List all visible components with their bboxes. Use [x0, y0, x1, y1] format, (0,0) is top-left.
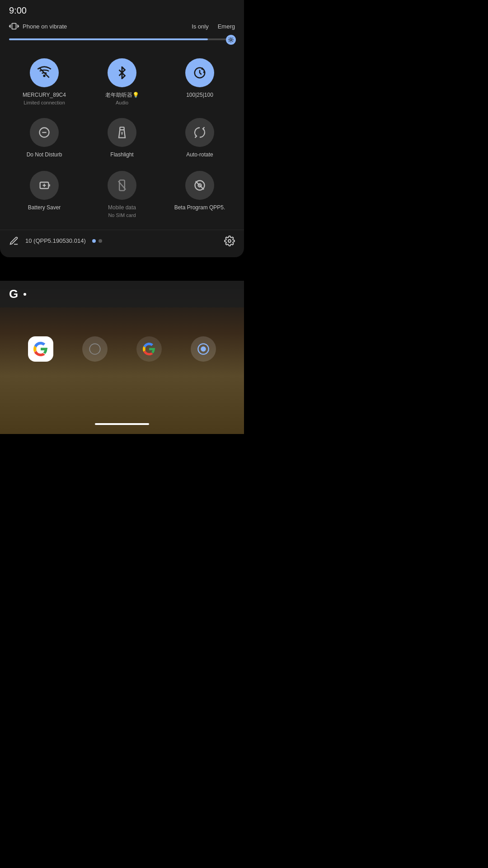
tile-auto-rotate[interactable]: Auto-rotate — [161, 112, 239, 165]
google-icon — [33, 342, 48, 356]
brightness-row[interactable] — [0, 37, 244, 48]
mobile-data-icon — [116, 179, 128, 192]
dock-center-svg — [89, 343, 101, 355]
beta-program-icon-circle — [185, 171, 214, 200]
page-dots — [92, 239, 102, 243]
vibrate-icon — [9, 21, 19, 31]
tile-beta-program[interactable]: Beta Program QPP5. — [161, 165, 239, 224]
dock-google-icon[interactable] — [28, 336, 53, 362]
dock-google-colored-svg — [143, 343, 155, 355]
wifi-sublabel: Limited connection — [23, 100, 65, 105]
tile-battery-saver[interactable]: Battery Saver — [5, 165, 83, 224]
svg-line-10 — [229, 38, 229, 38]
svg-line-28 — [196, 181, 204, 189]
dock-assistant-icon[interactable] — [191, 336, 216, 362]
tile-do-not-disturb[interactable]: Do Not Disturb — [5, 112, 83, 165]
tile-data-saver[interactable]: 100|25|100 — [161, 52, 239, 112]
google-g-logo: G — [9, 287, 18, 301]
google-dot — [23, 293, 26, 296]
tile-flashlight[interactable]: Flashlight — [83, 112, 161, 165]
top-right-labels: Is only Emerg — [192, 23, 235, 30]
flashlight-icon — [116, 126, 128, 139]
tile-bluetooth[interactable]: 老年助听器💡 Audio — [83, 52, 161, 112]
is-only-label: Is only — [192, 23, 209, 30]
edit-icon[interactable] — [9, 236, 19, 246]
wallpaper — [0, 289, 244, 434]
wifi-icon — [37, 66, 52, 80]
page-dot-1 — [92, 239, 96, 243]
auto-rotate-label: Auto-rotate — [186, 151, 213, 159]
svg-point-5 — [230, 39, 232, 41]
battery-saver-icon — [38, 179, 51, 192]
nav-bar — [95, 423, 149, 425]
brightness-slider[interactable] — [9, 38, 235, 41]
version-text: 10 (QPP5.190530.014) — [25, 237, 86, 244]
google-search-bar[interactable]: G — [0, 281, 244, 307]
qs-bottom-left: 10 (QPP5.190530.014) — [9, 236, 102, 246]
data-saver-label: 100|25|100 — [186, 92, 213, 99]
beta-program-label: Beta Program QPP5. — [174, 204, 225, 212]
dnd-label: Do Not Disturb — [27, 151, 62, 159]
battery-saver-icon-circle — [30, 171, 59, 200]
data-saver-icon — [193, 66, 206, 80]
quick-settings-panel: 9:00 Phone on vibrate Is only Emerg — [0, 0, 244, 257]
vibrate-text: Phone on vibrate — [23, 23, 67, 30]
wifi-icon-circle — [30, 58, 59, 87]
svg-point-33 — [201, 347, 205, 351]
dock-assistant-svg — [197, 343, 210, 355]
bluetooth-sublabel: Audio — [116, 100, 128, 105]
dock-center-icon[interactable] — [82, 336, 108, 362]
bluetooth-icon — [116, 66, 128, 79]
dock-google-colored[interactable] — [136, 336, 162, 362]
mobile-data-label: Mobile data — [108, 204, 136, 212]
tile-wifi[interactable]: MERCURY_89C4 Limited connection — [5, 52, 83, 112]
svg-line-11 — [232, 41, 233, 42]
vibrate-indicator: Phone on vibrate — [9, 21, 67, 31]
bluetooth-icon-circle — [108, 58, 136, 87]
page-dot-2 — [99, 239, 102, 243]
svg-point-30 — [228, 240, 231, 242]
svg-rect-0 — [12, 24, 16, 29]
auto-rotate-icon — [193, 126, 206, 139]
dock-area — [0, 336, 244, 362]
svg-line-12 — [229, 41, 229, 42]
settings-icon[interactable] — [224, 236, 235, 246]
bluetooth-label: 老年助听器💡 — [105, 92, 139, 99]
svg-point-31 — [89, 344, 100, 354]
status-bar: 9:00 — [0, 0, 244, 19]
brightness-fill — [9, 38, 208, 40]
auto-rotate-icon-circle — [185, 118, 214, 147]
qs-bottom-bar: 10 (QPP5.190530.014) — [0, 230, 244, 250]
data-saver-icon-circle — [185, 58, 214, 87]
wifi-label: MERCURY_89C4 — [23, 92, 66, 99]
flashlight-icon-circle — [108, 118, 136, 147]
tiles-grid: MERCURY_89C4 Limited connection 老年助听器💡 A… — [0, 48, 244, 228]
top-info-row: Phone on vibrate Is only Emerg — [0, 19, 244, 37]
brightness-track — [9, 38, 235, 40]
status-time: 9:00 — [9, 5, 27, 16]
battery-saver-label: Battery Saver — [28, 204, 61, 212]
svg-point-14 — [44, 75, 45, 76]
flashlight-label: Flashlight — [110, 151, 133, 159]
tile-mobile-data[interactable]: Mobile data No SIM card — [83, 165, 161, 224]
emerg-label[interactable]: Emerg — [218, 23, 235, 30]
dnd-icon-circle — [30, 118, 59, 147]
mobile-data-icon-circle — [108, 171, 136, 200]
mobile-data-sublabel: No SIM card — [108, 212, 136, 218]
svg-line-13 — [232, 38, 233, 38]
brightness-thumb — [226, 35, 236, 45]
brightness-sun-icon — [228, 37, 234, 43]
beta-program-icon — [193, 179, 206, 192]
dnd-icon — [38, 126, 51, 139]
